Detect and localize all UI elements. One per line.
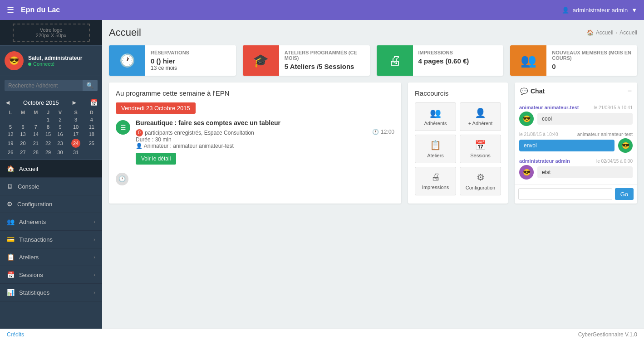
shortcut-label-2: Ateliers [427,153,444,158]
cal-prev[interactable]: ◄ [5,99,11,106]
participants-badge: 0 participants enregistrés, Espace Consu… [136,129,254,136]
shortcut-configuration[interactable]: ⚙ Configuration [460,167,501,195]
sidebar-icon-4: 💳 [7,236,15,243]
calendar-day[interactable]: 15 [42,131,54,138]
calendar-day[interactable]: 19 [5,138,16,149]
calendar-day [86,149,98,156]
chat-panel: 💬 Chat − animateur animateur-test le 21/… [515,83,637,204]
calendar-day[interactable]: 25 [86,138,98,149]
detail-button[interactable]: Voir le détail [136,153,176,165]
calendar-day[interactable]: 13 [16,131,29,138]
calendar-day[interactable]: 14 [29,131,42,138]
shortcut-icon-1: 👤 [475,107,486,118]
sidebar-calendar: ◄ Octobre 2015 ► 📅 LMMJVSD 1234567891011… [0,95,102,160]
calendar-day[interactable]: 4 [86,116,98,123]
content-area: Accueil 🏠 Accueil › Accueil 🕐 RÉSERVATIO… [102,20,644,329]
shortcut-impressions[interactable]: 🖨 Impressions [415,167,456,195]
search-input[interactable] [5,80,83,91]
calendar-day[interactable]: 2 [54,116,66,123]
calendar-grid: LMMJVSD 12345678910111213141516171819202… [5,109,98,156]
event-detail-row: 0 participants enregistrés, Espace Consu… [136,129,394,149]
shortcut-icon-5: ⚙ [477,172,485,183]
sidebar-item-sessions[interactable]: 📅 Sessions › [0,266,102,284]
chat-send-button[interactable]: Go [615,188,634,200]
calendar-day[interactable]: 20 [16,138,29,149]
shortcut-ateliers[interactable]: 📋 Ateliers [415,135,456,163]
hamburger-icon[interactable]: ☰ [7,5,14,15]
calendar-day[interactable]: 7 [29,123,42,131]
calendar-day[interactable]: 21 [29,138,42,149]
navbar-brand: Epn du Lac [21,6,60,14]
sidebar-item-configuration[interactable]: ⚙ Configuration [0,195,102,213]
shortcut-icon-2: 📋 [430,140,441,151]
chat-messages: animateur animateur-test le 21/08/15 à 1… [515,100,637,184]
stat-label-3: NOUVEAUX MEMBRES (MOIS EN COURS) [552,50,632,61]
calendar-day[interactable]: 10 [66,123,86,131]
calendar-day[interactable]: 30 [54,149,66,156]
chat-input-row: Go [515,184,637,204]
sidebar-item-accueil[interactable]: 🏠 Accueil [0,160,102,178]
sidebar-item-ateliers[interactable]: 📋 Ateliers › [0,248,102,266]
stat-label-2: IMPRESSIONS [418,50,469,55]
sidebar-label-0: Accueil [19,165,38,172]
shortcut-sessions[interactable]: 📅 Sessions [460,135,501,163]
participants-text: participants enregistrés, Espace Consult… [145,130,254,136]
calendar-day[interactable]: 5 [5,123,16,131]
sidebar-item-transactions[interactable]: 💳 Transactions › [0,231,102,248]
event-animateur: 👤 Animateur : animateur animateur-test [136,143,254,149]
calendar-day[interactable]: 22 [42,138,54,149]
calendar-day[interactable]: 28 [29,149,42,156]
sidebar-icon-6: 📅 [7,271,15,278]
search-button[interactable]: 🔍 [83,80,98,91]
shortcut-adhérents[interactable]: 👥 Adhérents [415,102,456,131]
calendar-day[interactable]: 11 [86,123,98,131]
animateur-icon: 👤 [136,143,143,149]
shortcut-+-adhérent[interactable]: 👤 + Adhérent [460,102,501,131]
event-left: 0 participants enregistrés, Espace Consu… [136,129,254,149]
sidebar-icon-1: 🖥 [7,183,13,190]
stat-sub-0: 13 ce mois [151,65,189,71]
calendar-day[interactable]: 1 [42,116,54,123]
calendar-day[interactable]: 16 [54,131,66,138]
calendar-day[interactable]: 6 [16,123,29,131]
msg-bubble-1: envoi [519,140,615,151]
msg-sender-1: animateur animateur-test [577,131,633,137]
stat-value-1: 5 Ateliers /5 Sessions [285,63,364,70]
sidebar-item-statistiques[interactable]: 📊 Statistiques › [0,284,102,301]
chat-title: 💬 Chat [520,87,545,95]
main-layout: Votre logo 220px X 50px 😎 Salut, adminis… [0,20,644,329]
breadcrumb-current: Accueil [619,29,637,36]
calendar-day [16,116,29,123]
calendar-day[interactable]: 17 [66,131,86,138]
calendar-day[interactable]: 27 [16,149,29,156]
stat-body-2: IMPRESSIONS 4 pages (0.60 €) [413,45,475,76]
calendar-day[interactable]: 3 [66,116,86,123]
msg-sender-2: administrateur admin [519,158,570,164]
chat-input[interactable] [518,188,612,200]
calendar-day[interactable]: 24 [66,138,86,149]
logo-line2: 220px X 50px [23,33,80,38]
calendar-day[interactable]: 23 [54,138,66,149]
navbar-user[interactable]: 👤 administrateur admin ▼ [562,7,637,14]
clock-icon: 🕐 [372,129,379,135]
calendar-day[interactable]: 26 [5,149,16,156]
shortcut-label-1: + Adhérent [468,121,493,126]
credits-link[interactable]: Crédits [7,331,24,338]
calendar-day[interactable]: 8 [42,123,54,131]
sidebar-item-adhérents[interactable]: 👥 Adhérents › [0,213,102,231]
calendar-day[interactable]: 31 [66,149,86,156]
msg-avatar-2: 😎 [519,165,534,180]
sidebar-item-console[interactable]: 🖥 Console [0,178,102,195]
cal-next[interactable]: ► [71,99,78,106]
event-body: Bureautique : faire ses comptes avec un … [136,119,394,165]
stat-icon-3: 👥 [510,45,546,76]
calendar-day[interactable]: 18 [86,131,98,138]
breadcrumb-home[interactable]: Accueil [596,29,614,36]
calendar-day[interactable]: 9 [54,123,66,131]
breadcrumb-sep: › [615,29,617,36]
calendar-day[interactable]: 29 [42,149,54,156]
content-row: Au programme cette semaine à l'EPN Vendr… [109,83,637,204]
calendar-day[interactable]: 12 [5,131,16,138]
cal-today-icon[interactable]: 📅 [90,99,98,106]
chat-minimize-button[interactable]: − [628,87,632,95]
